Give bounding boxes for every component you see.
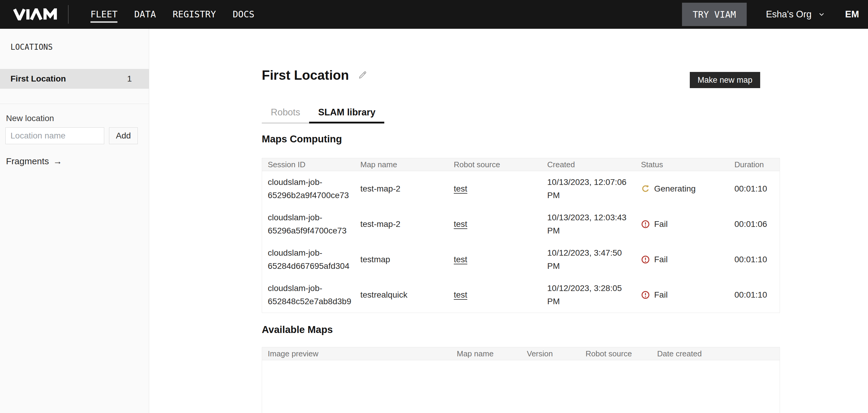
created-timestamp: 10/13/2023, 12:07:06 PM xyxy=(541,176,635,202)
fragments-label: Fragments xyxy=(6,156,49,166)
session-id: cloudslam-job-65284d667695afd304 xyxy=(262,246,354,273)
maps-computing-table: Session ID Map name Robot source Created… xyxy=(262,158,780,313)
org-switcher[interactable]: Esha's Org xyxy=(766,9,825,20)
session-id: cloudslam-job-65296a5f9f4700ce73 xyxy=(262,211,354,237)
map-name: testmap xyxy=(354,253,448,266)
fail-alert-icon xyxy=(641,220,650,229)
status-label: Generating xyxy=(654,182,696,196)
tab-slam-library[interactable]: SLAM library xyxy=(309,107,384,123)
col-image-preview: Image preview xyxy=(262,349,451,358)
status-label: Fail xyxy=(654,217,668,231)
location-name: First Location xyxy=(10,74,66,84)
viam-logo-icon xyxy=(11,8,60,20)
sidebar-item-first-location[interactable]: First Location 1 xyxy=(0,69,149,89)
pencil-icon xyxy=(358,71,367,80)
new-location-form: Add xyxy=(5,127,144,144)
maps-computing-heading: Maps Computing xyxy=(262,133,780,145)
primary-nav: FLEET DATA REGISTRY DOCS xyxy=(90,6,254,23)
table-row: cloudslam-job-65284d667695afd304 testmap… xyxy=(262,242,780,277)
nav-link-data[interactable]: DATA xyxy=(134,9,156,23)
title-row: First Location Make new map xyxy=(262,66,780,88)
available-maps-empty-body xyxy=(262,360,780,413)
make-new-map-button[interactable]: Make new map xyxy=(690,72,760,88)
sidebar-heading: LOCATIONS xyxy=(0,29,149,52)
available-maps-header: Image preview Map name Version Robot sou… xyxy=(262,347,780,360)
org-name: Esha's Org xyxy=(766,9,811,20)
fragments-link[interactable]: Fragments → xyxy=(6,156,62,166)
location-name-input[interactable] xyxy=(5,127,104,144)
created-timestamp: 10/12/2023, 3:28:05 PM xyxy=(541,282,635,308)
col-map-name: Map name xyxy=(354,160,448,169)
available-maps-table: Image preview Map name Version Robot sou… xyxy=(262,347,780,413)
fail-alert-icon xyxy=(641,290,650,299)
map-name: test-map-2 xyxy=(354,217,448,231)
robot-source-link[interactable]: test xyxy=(454,219,467,229)
new-location-label: New location xyxy=(6,114,149,123)
status-cell: Fail xyxy=(635,288,729,301)
robot-source-link[interactable]: test xyxy=(454,184,467,193)
duration: 00:01:10 xyxy=(729,288,780,301)
nav-link-registry[interactable]: REGISTRY xyxy=(173,9,216,23)
robot-source-link[interactable]: test xyxy=(454,255,467,264)
available-maps-heading: Available Maps xyxy=(262,324,780,336)
location-robot-count: 1 xyxy=(127,74,132,84)
col-session-id: Session ID xyxy=(262,160,354,169)
map-name: test-map-2 xyxy=(354,182,448,196)
viam-logo[interactable] xyxy=(11,8,60,20)
maps-computing-header: Session ID Map name Robot source Created… xyxy=(262,158,780,171)
col-robot-source: Robot source xyxy=(580,349,651,358)
map-name: testrealquick xyxy=(354,288,448,301)
add-location-button[interactable]: Add xyxy=(109,127,138,144)
edit-location-name-button[interactable] xyxy=(358,71,367,81)
col-date-created: Date created xyxy=(651,349,780,358)
col-robot-source: Robot source xyxy=(448,160,541,169)
table-row: cloudslam-job-65296b2a9f4700ce73 test-ma… xyxy=(262,171,780,206)
nav-link-fleet[interactable]: FLEET xyxy=(90,9,117,23)
tab-robots[interactable]: Robots xyxy=(262,107,309,123)
created-timestamp: 10/13/2023, 12:03:43 PM xyxy=(541,211,635,237)
status-cell: Generating xyxy=(635,182,729,196)
col-map-name: Map name xyxy=(451,349,521,358)
table-row: cloudslam-job-652848c52e7ab8d3b9 testrea… xyxy=(262,277,780,313)
robot-source-link[interactable]: test xyxy=(454,290,467,299)
duration: 00:01:10 xyxy=(729,253,780,266)
locations-sidebar: LOCATIONS First Location 1 New location … xyxy=(0,29,149,413)
status-cell: Fail xyxy=(635,217,729,231)
fail-alert-icon xyxy=(641,255,650,264)
page-title: First Location xyxy=(262,66,349,84)
status-label: Fail xyxy=(654,253,668,266)
duration: 00:01:06 xyxy=(729,217,780,231)
session-id: cloudslam-job-65296b2a9f4700ce73 xyxy=(262,176,354,202)
nav-link-docs[interactable]: DOCS xyxy=(233,9,254,23)
col-version: Version xyxy=(521,349,580,358)
user-avatar[interactable]: EM xyxy=(845,9,859,20)
table-row: cloudslam-job-65296a5f9f4700ce73 test-ma… xyxy=(262,206,780,242)
top-nav: FLEET DATA REGISTRY DOCS TRY VIAM Esha's… xyxy=(0,0,868,29)
status-cell: Fail xyxy=(635,253,729,266)
try-viam-button[interactable]: TRY VIAM xyxy=(682,3,747,26)
col-duration: Duration xyxy=(729,160,780,169)
nav-right: TRY VIAM Esha's Org EM xyxy=(682,3,868,26)
nav-divider xyxy=(68,5,69,24)
col-status: Status xyxy=(635,160,729,169)
main-content: First Location Make new map Robots SLAM … xyxy=(149,29,868,413)
generating-refresh-icon xyxy=(641,184,650,193)
created-timestamp: 10/12/2023, 3:47:50 PM xyxy=(541,246,635,273)
col-created: Created xyxy=(541,160,635,169)
chevron-down-icon xyxy=(818,10,826,18)
tab-bar: Robots SLAM library xyxy=(262,107,780,123)
status-label: Fail xyxy=(654,288,668,301)
arrow-right-icon: → xyxy=(53,156,62,166)
duration: 00:01:10 xyxy=(729,182,780,196)
session-id: cloudslam-job-652848c52e7ab8d3b9 xyxy=(262,282,354,308)
